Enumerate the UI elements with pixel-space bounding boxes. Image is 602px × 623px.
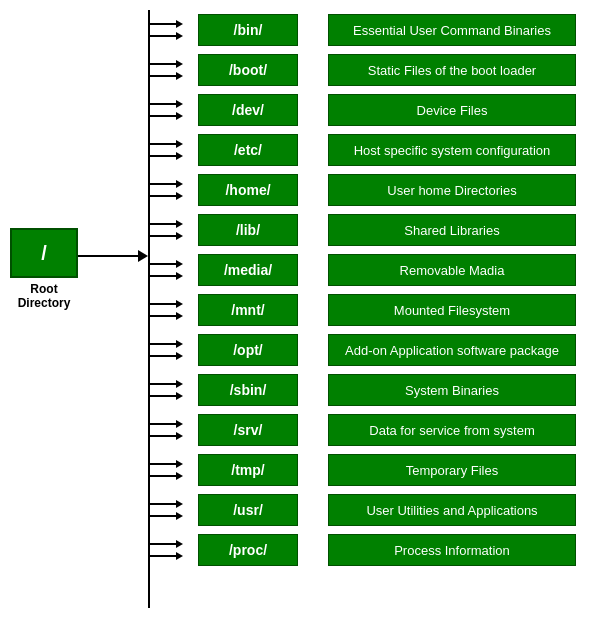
arrowhead [176,392,183,400]
arrowhead [176,352,183,360]
arrow-connector [148,252,198,288]
arrow-line [148,423,176,425]
dir-row: /dev/ Device Files [148,92,576,128]
description-box: Temporary Files [328,454,576,486]
arrow-line [148,35,176,37]
dir-row: /lib/ Shared Libraries [148,212,576,248]
root-directory-box: / [10,228,78,278]
top-arrow [148,60,183,68]
arrow-line [148,103,176,105]
dir-row: /boot/ Static Files of the boot loader [148,52,576,88]
top-arrow [148,260,183,268]
top-arrow [148,380,183,388]
directory-box: /proc/ [198,534,298,566]
arrow-connector [148,372,198,408]
arrow-line [148,543,176,545]
bot-arrow [148,32,183,40]
arrow-line [148,263,176,265]
arrow-line [148,475,176,477]
arrow-line [148,395,176,397]
top-arrow [148,500,183,508]
dir-row: /usr/ User Utilities and Applications [148,492,576,528]
arrowhead [176,420,183,428]
arrowhead [176,460,183,468]
directory-box: /etc/ [198,134,298,166]
description-box: Process Information [328,534,576,566]
arrowhead [176,540,183,548]
arrow-line [148,115,176,117]
root-arrow-line [78,255,138,257]
arrow-line [148,23,176,25]
arrow-line [148,75,176,77]
arrow-connector [148,452,198,488]
root-label: / [41,242,47,265]
bot-arrow [148,552,183,560]
description-box: User Utilities and Applications [328,494,576,526]
description-box: Removable Madia [328,254,576,286]
arrow-line [148,435,176,437]
directory-box: /lib/ [198,214,298,246]
arrowhead [176,32,183,40]
top-arrow [148,340,183,348]
description-box: Data for service from system [328,414,576,446]
directory-box: /opt/ [198,334,298,366]
top-arrow [148,540,183,548]
directory-box: /media/ [198,254,298,286]
arrowhead [176,220,183,228]
bot-arrow [148,72,183,80]
arrow-line [148,383,176,385]
arrow-connector [148,52,198,88]
description-box: Static Files of the boot loader [328,54,576,86]
arrow-line [148,555,176,557]
root-directory-label: RootDirectory [10,282,78,311]
arrow-line [148,463,176,465]
arrowhead [176,112,183,120]
description-box: System Binaries [328,374,576,406]
bot-arrow [148,312,183,320]
dir-row: /opt/ Add-on Application software packag… [148,332,576,368]
arrow-line [148,343,176,345]
root-arrow-head [138,250,148,262]
top-arrow [148,220,183,228]
arrow-line [148,235,176,237]
arrow-connector [148,492,198,528]
top-arrow [148,100,183,108]
arrow-line [148,275,176,277]
dir-row: /mnt/ Mounted Filesystem [148,292,576,328]
bot-arrow [148,352,183,360]
directory-box: /srv/ [198,414,298,446]
arrow-connector [148,92,198,128]
diagram: / RootDirectory /bin/ Essential User Com… [0,0,602,623]
bot-arrow [148,152,183,160]
directory-box: /tmp/ [198,454,298,486]
arrowhead [176,180,183,188]
description-box: Mounted Filesystem [328,294,576,326]
arrow-connector [148,532,198,568]
arrowhead [176,20,183,28]
directory-box: /dev/ [198,94,298,126]
arrowhead [176,340,183,348]
arrowhead [176,432,183,440]
dir-row: /home/ User home Directories [148,172,576,208]
description-box: Add-on Application software package [328,334,576,366]
root-arrow [78,250,148,262]
dir-row: /etc/ Host specific system configuration [148,132,576,168]
top-arrow [148,460,183,468]
arrow-line [148,503,176,505]
arrow-connector [148,212,198,248]
bot-arrow [148,272,183,280]
arrow-line [148,63,176,65]
arrowhead [176,552,183,560]
arrow-line [148,515,176,517]
arrow-connector [148,172,198,208]
arrowhead [176,140,183,148]
arrow-line [148,155,176,157]
bot-arrow [148,432,183,440]
arrow-line [148,355,176,357]
description-box: Host specific system configuration [328,134,576,166]
arrow-connector [148,292,198,328]
arrowhead [176,500,183,508]
arrow-line [148,183,176,185]
directory-box: /usr/ [198,494,298,526]
arrow-line [148,315,176,317]
